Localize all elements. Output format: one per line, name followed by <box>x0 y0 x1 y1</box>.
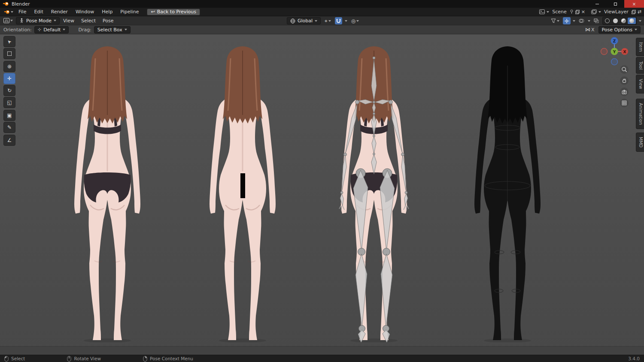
menu-file[interactable]: File <box>15 8 30 16</box>
new-scene-icon[interactable] <box>575 10 580 14</box>
pin-icon[interactable] <box>570 9 574 14</box>
shading-solid-button[interactable] <box>611 18 620 24</box>
maximize-button[interactable] <box>606 0 624 8</box>
back-icon: ↩ <box>151 9 155 15</box>
axis-y-label: Y <box>613 50 616 54</box>
scene-icon[interactable] <box>539 9 545 14</box>
tab-view[interactable]: View <box>636 75 644 94</box>
camera-view-button[interactable] <box>620 87 629 96</box>
blender-window: Blender × File Edit Render Window Help P… <box>0 0 644 362</box>
xray-toggle-button[interactable] <box>592 17 600 24</box>
mouse-right-icon <box>143 356 147 362</box>
chevron-down-icon <box>328 20 331 22</box>
viewport-editor-icon <box>3 18 9 23</box>
wireframe-sphere-icon <box>605 18 610 23</box>
mirror-icon: ⋈ <box>585 27 590 32</box>
scale-tool-button[interactable]: ◱ <box>3 97 15 108</box>
viewlayer-selector: ViewLayer ⇄ <box>591 9 641 15</box>
pan-button[interactable] <box>620 76 629 85</box>
measure-tool-button[interactable]: ∠ <box>3 135 15 146</box>
shading-wireframe-button[interactable] <box>603 18 611 24</box>
menu-select[interactable]: Select <box>78 18 99 24</box>
annotate-tool-button[interactable]: ✎ <box>3 122 15 133</box>
chevron-down-icon[interactable] <box>598 11 601 13</box>
navigation-gizmo[interactable]: Z X Y <box>599 36 630 67</box>
viewlayer-name[interactable]: ViewLayer <box>603 9 630 15</box>
editor-type-button[interactable] <box>2 17 14 24</box>
shading-mode-group <box>602 17 637 25</box>
chevron-down-icon[interactable] <box>547 11 549 13</box>
censor-bar <box>240 173 245 198</box>
chevron-down-icon <box>356 20 359 22</box>
tab-item[interactable]: Item <box>636 38 644 56</box>
transform-tool-button[interactable]: ▣ <box>3 110 15 121</box>
chevron-down-icon <box>557 20 559 22</box>
chevron-down-icon <box>635 29 637 30</box>
model-textured[interactable] <box>64 46 150 342</box>
x-axis-mirror-toggle[interactable]: ⋈ X <box>584 26 596 33</box>
magnifier-icon <box>621 66 627 72</box>
pivot-point-button[interactable]: ⌖ <box>323 17 332 24</box>
shading-options-chevron[interactable] <box>639 20 641 22</box>
select-box-tool-button[interactable] <box>3 48 15 59</box>
viewport-3d[interactable]: ➤ ⊕ ✛ ↻ ◱ ▣ ✎ ∠ <box>0 34 644 355</box>
snap-toggle-button[interactable] <box>335 17 342 24</box>
new-viewlayer-icon[interactable] <box>632 10 636 14</box>
unlink-icon[interactable]: × <box>581 9 585 15</box>
tool-settings-bar: Orientation: ⊹ Default Drag: Select Box … <box>0 25 644 34</box>
titlebar: Blender × <box>0 0 644 8</box>
shading-material-button[interactable] <box>620 18 628 24</box>
zoom-button[interactable] <box>620 65 629 74</box>
axis-x-negative-handle[interactable] <box>601 48 608 55</box>
back-to-previous-button[interactable]: ↩ Back to Previous <box>147 9 200 15</box>
statusbar: Select Rotate View Pose Context Menu 3.4… <box>0 355 644 362</box>
menu-pose[interactable]: Pose <box>99 18 117 24</box>
orthographic-toggle-button[interactable] <box>620 99 629 107</box>
orientation-default-dropdown[interactable]: ⊹ Default <box>34 26 69 33</box>
move-tool-button[interactable]: ✛ <box>3 73 15 84</box>
scene-name[interactable]: Scene <box>551 9 568 15</box>
menu-render[interactable]: Render <box>47 8 72 16</box>
move-icon: ✛ <box>7 76 12 81</box>
overlays-options-chevron[interactable] <box>588 20 590 22</box>
swap-icon[interactable]: ⇄ <box>638 9 641 15</box>
tab-animation[interactable]: Animation <box>636 99 644 129</box>
xray-icon <box>594 18 599 23</box>
shading-rendered-button[interactable] <box>628 18 636 24</box>
menu-help[interactable]: Help <box>98 8 116 16</box>
tab-mmd[interactable]: MMD <box>636 133 644 152</box>
model-wireframe[interactable] <box>465 46 550 342</box>
orientation-dropdown[interactable]: Global <box>287 17 321 24</box>
menu-window[interactable]: Window <box>72 8 98 16</box>
rotate-tool-button[interactable]: ↻ <box>3 85 15 96</box>
tweak-tool-button[interactable]: ➤ <box>3 36 15 47</box>
hint-context-menu: Pose Context Menu <box>143 356 193 362</box>
mode-dropdown[interactable]: Pose Mode <box>16 17 60 24</box>
drag-dropdown[interactable]: Select Box <box>94 26 131 33</box>
grid-icon <box>621 100 627 106</box>
proportional-edit-button[interactable]: ◎ <box>350 17 360 24</box>
tab-tool[interactable]: Tool <box>636 57 644 74</box>
proportional-icon: ◎ <box>351 18 355 24</box>
cursor-tool-button[interactable]: ⊕ <box>3 61 15 72</box>
axis-z-negative-handle[interactable] <box>611 59 618 65</box>
show-gizmo-button[interactable] <box>563 17 571 24</box>
gizmo-options-chevron[interactable] <box>573 20 575 22</box>
menu-pipeline[interactable]: Pipeline <box>116 8 143 16</box>
snap-options-chevron[interactable] <box>345 20 347 22</box>
rotate-icon: ↻ <box>7 88 12 93</box>
visibility-filter-button[interactable] <box>550 17 561 24</box>
menu-edit[interactable]: Edit <box>30 8 47 16</box>
model-armature[interactable] <box>331 46 417 342</box>
show-overlays-button[interactable] <box>577 17 586 24</box>
app-menu-button[interactable] <box>3 8 15 15</box>
close-button[interactable]: × <box>624 0 644 8</box>
scene-selector: Scene × <box>539 9 585 15</box>
menu-view[interactable]: View <box>60 18 78 24</box>
viewlayer-icon[interactable] <box>591 9 597 14</box>
pose-options-dropdown[interactable]: Pose Options <box>598 26 641 33</box>
viewport-floor <box>0 346 644 355</box>
window-title: Blender <box>12 1 30 7</box>
model-censored[interactable] <box>200 46 286 342</box>
minimize-button[interactable] <box>588 0 606 8</box>
